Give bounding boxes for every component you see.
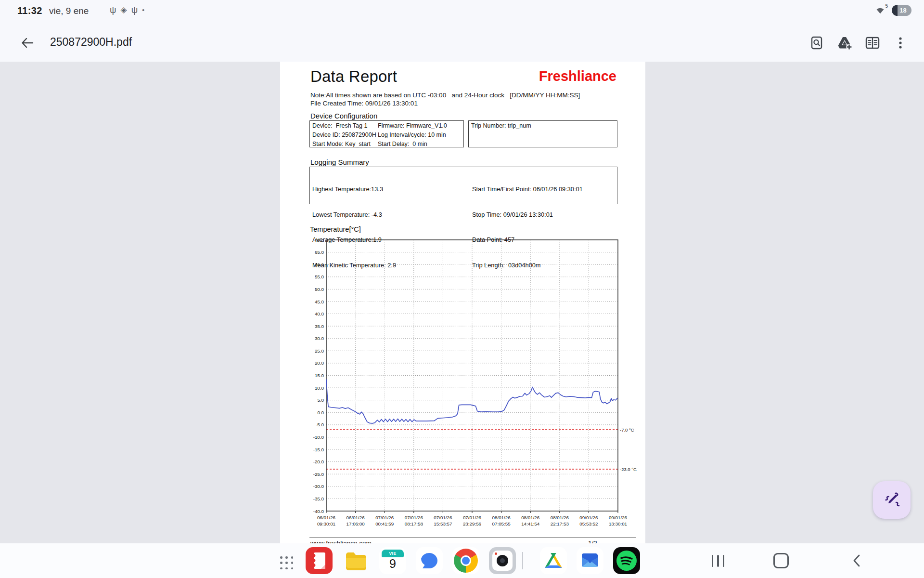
config-row: Device: Fresh Tag 1 Firmware: Firmware_V… xyxy=(310,121,463,130)
notes-app-icon xyxy=(306,547,333,574)
svg-text:15.0: 15.0 xyxy=(315,373,324,378)
app-chrome[interactable] xyxy=(452,547,479,574)
back-button[interactable] xyxy=(19,35,36,51)
svg-text:08:17:58: 08:17:58 xyxy=(405,521,424,526)
status-bar: 11:32 vie, 9 ene ψ ◈ ψ • 5 18 xyxy=(0,0,924,22)
app-grid-icon xyxy=(280,556,294,570)
app-calendar[interactable]: VIE 9 xyxy=(379,547,406,574)
svg-text:22:17:53: 22:17:53 xyxy=(551,521,569,526)
svg-text:13:30:01: 13:30:01 xyxy=(609,521,627,526)
footer-rule xyxy=(309,538,636,538)
notification-dot-icon: • xyxy=(142,5,144,15)
svg-text:-7.0 °C: -7.0 °C xyxy=(620,427,634,433)
usb-icon: ψ xyxy=(131,5,138,15)
svg-text:-15.0: -15.0 xyxy=(313,447,324,452)
svg-text:09/01/26: 09/01/26 xyxy=(609,515,628,520)
home-icon xyxy=(773,553,789,568)
svg-text:07/01/26: 07/01/26 xyxy=(463,515,482,520)
svg-text:50.0: 50.0 xyxy=(315,287,324,292)
annotate-fab[interactable] xyxy=(873,481,911,519)
device-configuration-heading: Device Configuration xyxy=(310,112,377,120)
svg-text:-23.0 °C: -23.0 °C xyxy=(620,467,637,472)
recents-icon xyxy=(712,555,725,567)
add-to-drive-button[interactable] xyxy=(831,33,859,53)
pdf-viewer-toolbar: 250872900H.pdf xyxy=(0,22,924,62)
config-row: Device ID: 250872900H Log Interval/cycle… xyxy=(310,130,463,139)
svg-text:-40.0: -40.0 xyxy=(313,509,324,514)
report-title: Data Report xyxy=(310,67,397,86)
svg-text:5.0: 5.0 xyxy=(317,397,324,403)
report-note: Note:All times shown are based on UTC -0… xyxy=(310,92,580,99)
svg-text:07:05:55: 07:05:55 xyxy=(492,521,511,526)
app-spotify[interactable] xyxy=(613,547,640,574)
logging-summary-box: Highest Temperature:13.3 Lowest Temperat… xyxy=(309,167,617,204)
svg-text:15:53:57: 15:53:57 xyxy=(434,521,452,526)
svg-text:-30.0: -30.0 xyxy=(313,484,324,489)
svg-text:-20.0: -20.0 xyxy=(313,459,324,464)
svg-text:25.0: 25.0 xyxy=(315,348,324,354)
calendar-icon: VIE 9 xyxy=(379,547,406,574)
svg-text:05:53:52: 05:53:52 xyxy=(579,521,598,526)
trip-number: Trip Number: trip_num xyxy=(469,121,617,130)
back-chevron-icon xyxy=(850,553,864,568)
chrome-icon xyxy=(452,547,479,574)
app-messages[interactable] xyxy=(416,547,443,574)
config-row: Start Mode: Key_start Start Delay: 0 min xyxy=(310,139,463,148)
nav-back-button[interactable] xyxy=(844,547,871,574)
messages-icon xyxy=(416,547,443,574)
wifi-standard-label: 5 xyxy=(885,3,888,9)
status-date: vie, 9 ene xyxy=(49,6,89,16)
folder-icon xyxy=(343,547,370,574)
file-created-time: File Created Time: 09/01/26 13:30:01 xyxy=(310,100,418,107)
top-bar: 11:32 vie, 9 ene ψ ◈ ψ • 5 18 xyxy=(0,0,924,62)
svg-text:06/01/26: 06/01/26 xyxy=(346,515,365,520)
recents-button[interactable] xyxy=(705,547,732,574)
app-email[interactable] xyxy=(577,547,603,574)
svg-text:08/01/26: 08/01/26 xyxy=(521,515,540,520)
svg-text:07/01/26: 07/01/26 xyxy=(434,515,452,520)
clock: 11:32 xyxy=(17,5,42,16)
svg-text:-5.0: -5.0 xyxy=(316,422,324,427)
chart-title: Temperature[°C] xyxy=(310,225,361,233)
app-notes[interactable] xyxy=(306,547,333,574)
svg-text:20.0: 20.0 xyxy=(315,360,324,366)
svg-text:07/01/26: 07/01/26 xyxy=(375,515,394,520)
svg-text:0.0: 0.0 xyxy=(317,410,324,415)
svg-text:17:06:00: 17:06:00 xyxy=(346,521,365,526)
app-camera[interactable] xyxy=(489,547,516,574)
svg-text:60.0: 60.0 xyxy=(315,262,324,267)
device-configuration-box: Device: Fresh Tag 1 Firmware: Firmware_V… xyxy=(309,120,464,147)
svg-text:08/01/26: 08/01/26 xyxy=(492,515,511,520)
svg-text:07/01/26: 07/01/26 xyxy=(405,515,424,520)
dock-divider xyxy=(522,552,523,569)
battery-indicator: 18 xyxy=(892,5,911,16)
svg-text:23:29:56: 23:29:56 xyxy=(463,521,482,526)
reader-view-button[interactable] xyxy=(859,33,886,53)
home-button[interactable] xyxy=(768,547,795,574)
brand-logo-text: Freshliance xyxy=(539,68,616,84)
usb-icon: ψ xyxy=(110,5,116,15)
svg-text:09/01/26: 09/01/26 xyxy=(579,515,598,520)
battery-percent: 18 xyxy=(892,5,911,16)
camera-icon xyxy=(489,547,516,574)
find-in-document-button[interactable] xyxy=(803,33,831,53)
stylus-annotate-icon xyxy=(882,490,901,510)
svg-text:45.0: 45.0 xyxy=(315,299,324,304)
svg-text:08/01/26: 08/01/26 xyxy=(551,515,569,520)
svg-text:35.0: 35.0 xyxy=(315,324,324,329)
overflow-menu-button[interactable] xyxy=(886,33,914,53)
wifi-icon: 5 xyxy=(874,4,887,16)
temperature-chart: 70.065.060.055.050.045.040.035.030.025.0… xyxy=(280,233,645,530)
calendar-weekday: VIE xyxy=(382,550,404,557)
svg-text:09:30:01: 09:30:01 xyxy=(317,521,335,526)
app-drawer-button[interactable] xyxy=(273,547,300,574)
document-title: 250872900H.pdf xyxy=(50,36,132,49)
taskbar: VIE 9 xyxy=(0,543,924,578)
app-drive[interactable] xyxy=(540,547,567,574)
app-my-files[interactable] xyxy=(343,547,370,574)
nfc-diamond-icon: ◈ xyxy=(121,5,127,15)
status-notification-icons: ψ ◈ ψ • xyxy=(110,5,144,15)
svg-text:65.0: 65.0 xyxy=(315,250,324,255)
logging-summary-heading: Logging Summary xyxy=(310,158,369,166)
spotify-icon xyxy=(613,547,640,574)
